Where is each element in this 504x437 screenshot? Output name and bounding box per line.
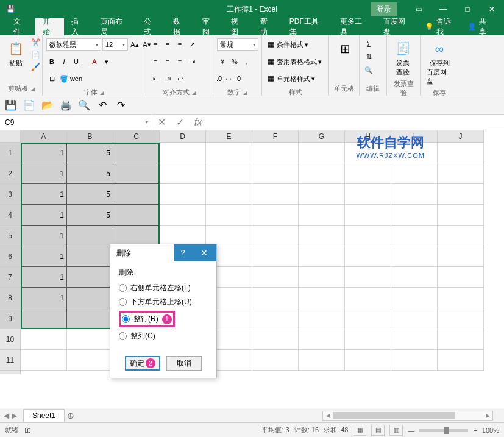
cell[interactable]	[438, 350, 484, 371]
cell[interactable]	[345, 205, 391, 226]
currency-icon[interactable]: ¥	[217, 56, 228, 67]
zoom-in-icon[interactable]: +	[473, 427, 477, 434]
align-center-icon[interactable]: ≡	[162, 56, 173, 67]
tab-next-icon[interactable]: ▶	[12, 411, 17, 420]
cell[interactable]	[67, 267, 113, 288]
cell[interactable]	[438, 184, 484, 205]
row-header-11[interactable]: 11	[0, 350, 21, 371]
qat-open-icon[interactable]: 📂	[41, 99, 54, 112]
cell[interactable]	[252, 350, 299, 371]
autosave-icon[interactable]: 💾	[0, 5, 21, 13]
cell[interactable]	[391, 267, 438, 288]
row-header-4[interactable]: 4	[0, 205, 21, 226]
align-top-icon[interactable]: ≡	[150, 39, 161, 50]
dialog-close-icon[interactable]: ✕	[192, 244, 216, 261]
cell[interactable]	[252, 267, 299, 288]
normal-view-icon[interactable]: ▦	[353, 425, 366, 436]
cell[interactable]	[438, 163, 484, 184]
comma-icon[interactable]: ,	[241, 56, 252, 67]
cell[interactable]	[438, 143, 484, 163]
scroll-thumb[interactable]	[333, 412, 455, 419]
col-header-D[interactable]: D	[160, 130, 206, 143]
cell[interactable]: 1	[21, 184, 67, 205]
cell[interactable]	[438, 288, 484, 308]
cell[interactable]	[160, 163, 206, 184]
cell[interactable]	[252, 184, 299, 205]
row-header-3[interactable]: 3	[0, 184, 21, 205]
qat-save-icon[interactable]: 💾	[5, 99, 17, 112]
cell[interactable]	[206, 226, 252, 246]
col-header-G[interactable]: G	[299, 130, 345, 143]
enter-formula-icon[interactable]: ✓	[171, 116, 189, 128]
font-color-button[interactable]: A	[89, 56, 100, 67]
cell[interactable]: 5	[67, 143, 113, 163]
decrease-indent-icon[interactable]: ⇤	[150, 73, 161, 84]
maximize-icon[interactable]: □	[455, 0, 480, 18]
fill-button[interactable]: 🪣	[59, 73, 69, 84]
cell[interactable]	[252, 288, 299, 308]
cell[interactable]	[299, 143, 345, 163]
sheet-tab[interactable]: Sheet1	[23, 409, 65, 422]
cell[interactable]	[345, 226, 391, 246]
cell[interactable]	[299, 163, 345, 184]
clipboard-launcher-icon[interactable]: ◢	[30, 86, 35, 92]
font-name-combo[interactable]: 微软雅黑▾	[46, 38, 101, 51]
cell[interactable]	[345, 308, 391, 329]
phonetic-button[interactable]: wén	[71, 73, 82, 84]
cell[interactable]	[438, 226, 484, 246]
cell[interactable]	[345, 350, 391, 371]
invoice-button[interactable]: 🧾 发票 查验	[391, 38, 415, 78]
qat-print-icon[interactable]: 🖨️	[60, 99, 72, 112]
cell[interactable]	[113, 226, 160, 246]
cell[interactable]	[252, 143, 299, 163]
zoom-value[interactable]: 100%	[482, 427, 499, 434]
cell[interactable]: 1	[21, 246, 67, 267]
zoom-slider[interactable]	[419, 429, 468, 432]
cell[interactable]: 1	[21, 288, 67, 308]
cell[interactable]	[252, 205, 299, 226]
col-header-F[interactable]: F	[252, 130, 299, 143]
cell[interactable]	[391, 205, 438, 226]
conditional-format-button[interactable]: ▦条件格式▾	[266, 38, 308, 51]
qat-undo-icon[interactable]: ↶	[96, 99, 108, 112]
merge-icon[interactable]: ⇥	[186, 56, 197, 67]
cell[interactable]	[160, 184, 206, 205]
row-header-6[interactable]: 6	[0, 246, 21, 267]
format-painter-icon[interactable]: 🖌️	[30, 62, 40, 72]
percent-icon[interactable]: %	[229, 56, 240, 67]
col-header-J[interactable]: J	[438, 130, 484, 143]
radio-shift-up[interactable]: 下方单元格上移(U)	[119, 297, 208, 307]
cell[interactable]: 5	[67, 205, 113, 226]
cell[interactable]	[252, 308, 299, 329]
cell[interactable]	[391, 163, 438, 184]
number-format-combo[interactable]: 常规▾	[217, 38, 258, 51]
save-cloud-button[interactable]: ∞ 保存到 百度网盘	[424, 38, 455, 87]
scroll-right-icon[interactable]: ▶	[483, 413, 492, 419]
cell[interactable]	[391, 308, 438, 329]
font-launcher-icon[interactable]: ◢	[100, 90, 104, 96]
minimize-icon[interactable]: —	[431, 0, 455, 18]
cell[interactable]: 1	[21, 205, 67, 226]
cell[interactable]	[345, 267, 391, 288]
cell[interactable]	[113, 184, 160, 205]
cell[interactable]	[391, 288, 438, 308]
cell[interactable]	[438, 308, 484, 329]
paste-button[interactable]: 📋 粘贴	[4, 38, 28, 69]
align-left-icon[interactable]: ≡	[150, 56, 161, 67]
row-header-1[interactable]: 1	[0, 143, 21, 163]
cell-style-button[interactable]: ▦单元格样式▾	[266, 72, 315, 85]
align-middle-icon[interactable]: ≡	[162, 39, 173, 50]
cell[interactable]	[299, 308, 345, 329]
cell[interactable]	[345, 184, 391, 205]
cell[interactable]	[299, 288, 345, 308]
cell[interactable]: 1	[21, 226, 67, 246]
cell[interactable]	[391, 184, 438, 205]
orientation-icon[interactable]: ↗	[186, 39, 197, 50]
cell[interactable]	[206, 163, 252, 184]
cell[interactable]	[299, 226, 345, 246]
page-layout-icon[interactable]: ▤	[371, 425, 385, 436]
cell[interactable]	[345, 246, 391, 267]
align-right-icon[interactable]: ≡	[174, 56, 185, 67]
scroll-left-icon[interactable]: ◀	[323, 413, 333, 419]
radio-shift-left[interactable]: 右侧单元格左移(L)	[119, 283, 208, 293]
